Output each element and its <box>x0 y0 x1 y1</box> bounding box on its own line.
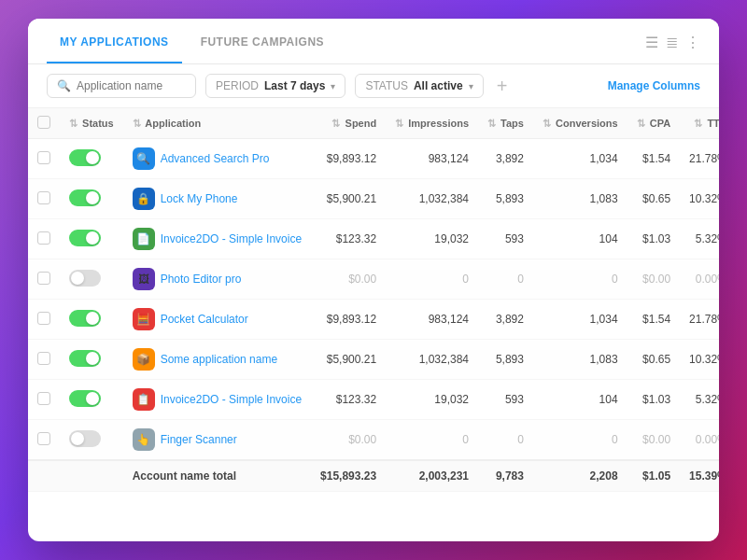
row-taps: 593 <box>478 380 533 420</box>
row-checkbox[interactable] <box>37 151 50 164</box>
status-filter[interactable]: STATUS All active ▾ <box>355 74 483 98</box>
search-input[interactable] <box>77 79 179 92</box>
row-impressions: 0 <box>386 259 478 300</box>
row-cpa: $1.54 <box>627 139 680 179</box>
app-name-link[interactable]: Advanced Search Pro <box>161 152 270 165</box>
table-row: 🔒 Lock My Phone $5,900.21 1,032,384 5,89… <box>28 179 719 219</box>
app-icon: 📄 <box>133 228 155 250</box>
row-taps: 0 <box>478 420 533 461</box>
row-checkbox-cell <box>28 340 60 380</box>
app-name-link[interactable]: Photo Editor pro <box>161 273 242 286</box>
row-taps: 3,892 <box>478 300 533 340</box>
list-view-icon-1[interactable]: ☰ <box>645 35 658 50</box>
table-header-row: ⇅ Status ⇅ Application ⇅ Spend ⇅ Impress… <box>28 108 719 139</box>
main-card: MY APPLICATIONS FUTURE CAMPAIGNS ☰ ≣ ⋮ 🔍… <box>28 19 719 541</box>
footer-empty-2 <box>60 460 123 492</box>
header-conversions[interactable]: ⇅ Conversions <box>533 108 627 139</box>
row-ttr: 5.32% <box>680 380 719 420</box>
row-checkbox[interactable] <box>37 352 50 365</box>
app-name-link[interactable]: Invoice2DO - Simple Invoice <box>161 232 302 245</box>
row-conversions: 104 <box>533 380 627 420</box>
search-icon: 🔍 <box>57 79 71 92</box>
status-label: STATUS <box>365 79 408 92</box>
row-checkbox[interactable] <box>37 191 50 204</box>
row-status[interactable] <box>60 219 123 259</box>
select-all-checkbox[interactable] <box>37 116 50 129</box>
period-label: PERIOD <box>216 79 259 92</box>
row-application[interactable]: 🔍 Advanced Search Pro <box>123 139 311 179</box>
list-view-icon-2[interactable]: ≣ <box>666 35 678 50</box>
table-row: 📋 Invoice2DO - Simple Invoice $123.32 19… <box>28 380 719 420</box>
row-ttr: 21.78% <box>680 139 719 179</box>
row-checkbox[interactable] <box>37 231 50 245</box>
row-status[interactable] <box>60 259 123 300</box>
row-impressions: 1,032,384 <box>386 179 478 219</box>
row-checkbox-cell <box>28 300 60 340</box>
header-ttr[interactable]: ⇅ TTR <box>680 108 719 139</box>
header-application[interactable]: ⇅ Application <box>123 108 311 139</box>
row-application[interactable]: 📋 Invoice2DO - Simple Invoice <box>123 380 311 420</box>
footer-conversions: 2,208 <box>533 460 627 492</box>
header-taps[interactable]: ⇅ Taps <box>478 108 533 139</box>
row-spend: $123.32 <box>311 380 386 420</box>
row-checkbox[interactable] <box>37 272 50 285</box>
app-icon: 📋 <box>133 388 155 411</box>
row-cpa: $1.54 <box>627 300 680 340</box>
row-cpa: $0.00 <box>627 420 680 461</box>
row-checkbox[interactable] <box>37 432 50 445</box>
add-button[interactable]: + <box>493 77 512 95</box>
row-status[interactable] <box>60 179 123 219</box>
row-spend: $0.00 <box>311 420 386 461</box>
row-application[interactable]: 🧮 Pocket Calculator <box>123 300 311 340</box>
row-status[interactable] <box>60 340 123 380</box>
row-application[interactable]: 📦 Some application name <box>123 340 311 380</box>
tab-future-campaigns[interactable]: FUTURE CAMPAIGNS <box>188 19 337 63</box>
app-name-link[interactable]: Some application name <box>161 353 277 366</box>
row-status[interactable] <box>60 300 123 340</box>
row-ttr: 10.32% <box>680 340 719 380</box>
period-filter[interactable]: PERIOD Last 7 days ▾ <box>205 74 345 98</box>
app-icon: 🔍 <box>133 147 155 170</box>
table-row: 📄 Invoice2DO - Simple Invoice $123.32 19… <box>28 219 719 259</box>
row-conversions: 104 <box>533 219 627 259</box>
status-chevron-icon: ▾ <box>469 81 473 91</box>
applications-table: ⇅ Status ⇅ Application ⇅ Spend ⇅ Impress… <box>28 108 719 492</box>
row-spend: $5,900.21 <box>311 340 386 380</box>
app-name-link[interactable]: Pocket Calculator <box>161 313 248 326</box>
tab-my-applications[interactable]: MY APPLICATIONS <box>47 19 182 63</box>
header-cpa[interactable]: ⇅ CPA <box>627 108 680 139</box>
toolbar: 🔍 PERIOD Last 7 days ▾ STATUS All active… <box>28 64 719 108</box>
row-cpa: $1.03 <box>627 380 680 420</box>
list-view-icon-3[interactable]: ⋮ <box>685 35 700 50</box>
header-status[interactable]: ⇅ Status <box>60 108 123 139</box>
row-status[interactable] <box>60 380 123 420</box>
row-status[interactable] <box>60 420 123 461</box>
app-icon: 🧮 <box>133 308 155 330</box>
row-status[interactable] <box>60 139 123 179</box>
row-taps: 0 <box>478 259 533 300</box>
row-application[interactable]: 👆 Finger Scanner <box>123 420 311 461</box>
period-value: Last 7 days <box>264 79 325 92</box>
footer-cpa: $1.05 <box>627 460 680 492</box>
row-application[interactable]: 📄 Invoice2DO - Simple Invoice <box>123 219 311 259</box>
header-spend[interactable]: ⇅ Spend <box>311 108 386 139</box>
row-application[interactable]: 🖼 Photo Editor pro <box>123 259 311 300</box>
row-checkbox[interactable] <box>37 392 50 405</box>
header-impressions[interactable]: ⇅ Impressions <box>386 108 478 139</box>
row-impressions: 983,124 <box>386 139 478 179</box>
search-box[interactable]: 🔍 <box>47 74 196 98</box>
footer-spend: $15,893.23 <box>311 460 386 492</box>
row-spend: $9,893.12 <box>311 139 386 179</box>
row-impressions: 0 <box>386 420 478 461</box>
row-impressions: 1,032,384 <box>386 340 478 380</box>
row-ttr: 10.32% <box>680 179 719 219</box>
table-row: 👆 Finger Scanner $0.00 0 0 0 $0.00 0.00%… <box>28 420 719 461</box>
app-name-link[interactable]: Finger Scanner <box>161 433 237 446</box>
table-row: 🧮 Pocket Calculator $9,893.12 983,124 3,… <box>28 300 719 340</box>
app-name-link[interactable]: Invoice2DO - Simple Invoice <box>161 393 302 406</box>
row-application[interactable]: 🔒 Lock My Phone <box>123 179 311 219</box>
manage-columns-button[interactable]: Manage Columns <box>608 79 700 92</box>
row-conversions: 1,034 <box>533 139 627 179</box>
app-name-link[interactable]: Lock My Phone <box>161 192 238 205</box>
row-checkbox[interactable] <box>37 312 50 325</box>
